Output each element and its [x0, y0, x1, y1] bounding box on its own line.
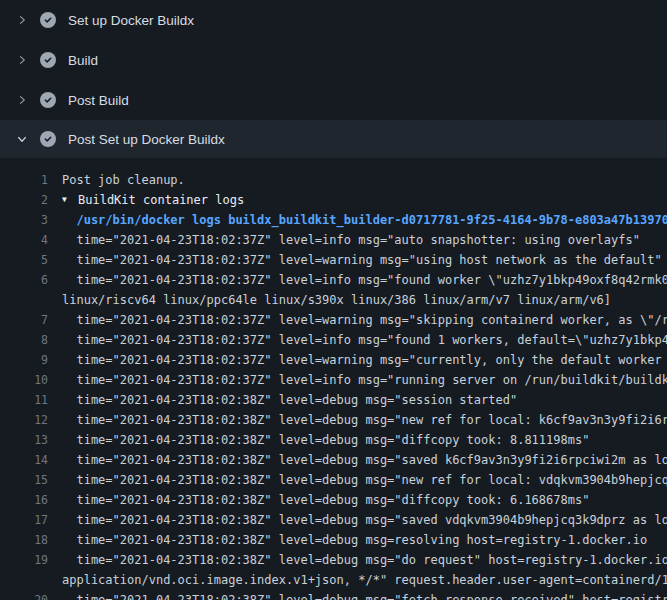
log-line: 12 time="2021-04-23T18:02:38Z" level=deb… [0, 410, 667, 430]
log-line: 8 time="2021-04-23T18:02:37Z" level=info… [0, 330, 667, 350]
step-label: Build [68, 53, 98, 68]
step-row-post-build[interactable]: Post Build [0, 80, 667, 120]
log-line: 13 time="2021-04-23T18:02:38Z" level=deb… [0, 430, 667, 450]
line-number[interactable]: 10 [0, 370, 48, 390]
line-number[interactable]: 19 [0, 550, 48, 570]
log-text: time="2021-04-23T18:02:38Z" level=debug … [62, 510, 667, 530]
log-line-continuation: linux/riscv64 linux/ppc64le linux/s390x … [0, 290, 667, 310]
log-line: 14 time="2021-04-23T18:02:38Z" level=deb… [0, 450, 667, 470]
log-line: 19 time="2021-04-23T18:02:38Z" level=deb… [0, 550, 667, 570]
log-line: 18 time="2021-04-23T18:02:38Z" level=deb… [0, 530, 667, 550]
step-row-setup-docker-buildx[interactable]: Set up Docker Buildx [0, 0, 667, 40]
check-circle-icon [40, 12, 56, 28]
line-number[interactable]: 13 [0, 430, 48, 450]
log-panel: 1 Post job cleanup. 2 ▼ BuildKit contain… [0, 158, 667, 600]
step-row-post-setup-docker-buildx[interactable]: Post Set up Docker Buildx [0, 120, 667, 158]
chevron-right-icon [14, 92, 30, 108]
log-line: 5 time="2021-04-23T18:02:37Z" level=warn… [0, 250, 667, 270]
line-number[interactable]: 12 [0, 410, 48, 430]
line-number[interactable]: 5 [0, 250, 48, 270]
chevron-right-icon [14, 12, 30, 28]
log-line-group-header[interactable]: 2 ▼ BuildKit container logs [0, 190, 667, 210]
step-label: Post Build [68, 93, 129, 108]
check-circle-icon [40, 92, 56, 108]
log-line: 15 time="2021-04-23T18:02:38Z" level=deb… [0, 470, 667, 490]
check-circle-icon [40, 131, 56, 147]
log-line-command: 3 /usr/bin/docker logs buildx_buildkit_b… [0, 210, 667, 230]
log-text: time="2021-04-23T18:02:38Z" level=debug … [62, 410, 667, 430]
line-number[interactable]: 20 [0, 590, 48, 600]
chevron-down-icon [14, 131, 30, 147]
log-line: 1 Post job cleanup. [0, 170, 667, 190]
line-number[interactable]: 4 [0, 230, 48, 250]
log-text: time="2021-04-23T18:02:37Z" level=info m… [62, 230, 667, 250]
log-text: application/vnd.oci.image.index.v1+json,… [62, 570, 667, 590]
log-line: 4 time="2021-04-23T18:02:37Z" level=info… [0, 230, 667, 250]
log-text: time="2021-04-23T18:02:38Z" level=debug … [62, 590, 667, 600]
log-text: time="2021-04-23T18:02:37Z" level=warnin… [62, 250, 667, 270]
log-text: time="2021-04-23T18:02:38Z" level=debug … [62, 470, 667, 490]
line-number[interactable]: 8 [0, 330, 48, 350]
log-line: 17 time="2021-04-23T18:02:38Z" level=deb… [0, 510, 667, 530]
line-number[interactable]: 1 [0, 170, 48, 190]
log-text: time="2021-04-23T18:02:37Z" level=info m… [62, 270, 667, 290]
line-number[interactable]: 7 [0, 310, 48, 330]
log-group-title: BuildKit container logs [78, 190, 667, 210]
line-number[interactable]: 11 [0, 390, 48, 410]
line-number[interactable]: 6 [0, 270, 48, 290]
log-text: time="2021-04-23T18:02:38Z" level=debug … [62, 530, 667, 550]
line-number[interactable]: 3 [0, 210, 48, 230]
log-text: time="2021-04-23T18:02:37Z" level=warnin… [62, 350, 667, 370]
log-line: 20 time="2021-04-23T18:02:38Z" level=deb… [0, 590, 667, 600]
log-text: time="2021-04-23T18:02:37Z" level=info m… [62, 370, 667, 390]
group-toggle-icon[interactable]: ▼ [62, 190, 72, 210]
line-number [0, 290, 48, 310]
log-line: 10 time="2021-04-23T18:02:37Z" level=inf… [0, 370, 667, 390]
line-number[interactable]: 14 [0, 450, 48, 470]
log-text: time="2021-04-23T18:02:37Z" level=info m… [62, 330, 667, 350]
check-circle-icon [40, 52, 56, 68]
step-label: Set up Docker Buildx [68, 13, 194, 28]
line-number [0, 570, 48, 590]
log-line: 16 time="2021-04-23T18:02:38Z" level=deb… [0, 490, 667, 510]
step-label: Post Set up Docker Buildx [68, 132, 225, 147]
log-line: 6 time="2021-04-23T18:02:37Z" level=info… [0, 270, 667, 290]
log-text: Post job cleanup. [62, 170, 667, 190]
log-text: time="2021-04-23T18:02:38Z" level=debug … [62, 430, 667, 450]
log-text: time="2021-04-23T18:02:38Z" level=debug … [62, 550, 667, 570]
line-number[interactable]: 16 [0, 490, 48, 510]
log-text: time="2021-04-23T18:02:38Z" level=debug … [62, 390, 667, 410]
chevron-right-icon [14, 52, 30, 68]
line-number[interactable]: 2 [0, 190, 48, 210]
log-line: 7 time="2021-04-23T18:02:37Z" level=warn… [0, 310, 667, 330]
log-text: time="2021-04-23T18:02:37Z" level=warnin… [62, 310, 667, 330]
line-number[interactable]: 15 [0, 470, 48, 490]
line-number[interactable]: 9 [0, 350, 48, 370]
log-line-continuation: application/vnd.oci.image.index.v1+json,… [0, 570, 667, 590]
log-line: 11 time="2021-04-23T18:02:38Z" level=deb… [0, 390, 667, 410]
command-text: /usr/bin/docker logs buildx_buildkit_bui… [62, 210, 667, 230]
log-line: 9 time="2021-04-23T18:02:37Z" level=warn… [0, 350, 667, 370]
line-number[interactable]: 17 [0, 510, 48, 530]
log-text: linux/riscv64 linux/ppc64le linux/s390x … [62, 290, 667, 310]
log-text: time="2021-04-23T18:02:38Z" level=debug … [62, 450, 667, 470]
line-number[interactable]: 18 [0, 530, 48, 550]
step-row-build[interactable]: Build [0, 40, 667, 80]
log-text: time="2021-04-23T18:02:38Z" level=debug … [62, 490, 667, 510]
steps-panel: Set up Docker Buildx Build Post Build Po… [0, 0, 667, 158]
